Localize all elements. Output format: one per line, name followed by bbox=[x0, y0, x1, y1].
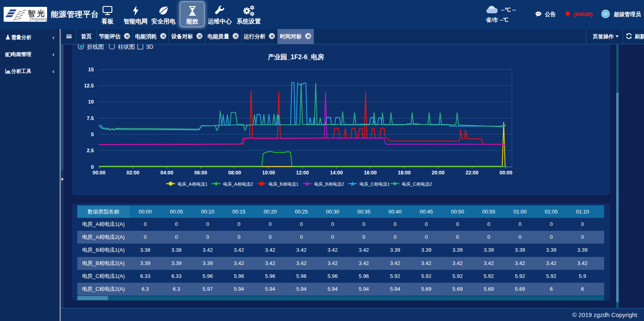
svg-text:电房_A相电流2: 电房_A相电流2 bbox=[223, 182, 253, 186]
svg-text:电房_B相电流2: 电房_B相电流2 bbox=[314, 182, 344, 186]
svg-text:0: 0 bbox=[91, 164, 94, 170]
svg-text:电房_C相电流2: 电房_C相电流2 bbox=[402, 182, 432, 186]
svg-text:06:00: 06:00 bbox=[194, 170, 207, 176]
svg-text:电房_B相电流1: 电房_B相电流1 bbox=[268, 182, 299, 186]
svg-text:电房_C相电流1: 电房_C相电流1 bbox=[359, 182, 390, 186]
svg-text:00:00: 00:00 bbox=[93, 170, 105, 176]
svg-text:16:00: 16:00 bbox=[364, 170, 377, 176]
svg-text:22:00: 22:00 bbox=[466, 170, 479, 176]
svg-text:00:00: 00:00 bbox=[500, 170, 512, 176]
svg-text:08:00: 08:00 bbox=[228, 170, 241, 176]
svg-text:02:00: 02:00 bbox=[126, 170, 139, 176]
svg-text:Zhiguang: Zhiguang bbox=[29, 17, 47, 21]
svg-text:14:00: 14:00 bbox=[330, 170, 343, 176]
svg-text:15: 15 bbox=[88, 67, 94, 72]
svg-text:电房_A相电流1: 电房_A相电流1 bbox=[178, 182, 208, 186]
svg-text:12.5: 12.5 bbox=[84, 83, 94, 89]
svg-text:12:00: 12:00 bbox=[296, 170, 309, 176]
svg-text:18:00: 18:00 bbox=[398, 170, 411, 176]
svg-text:7.5: 7.5 bbox=[87, 116, 94, 121]
svg-text:5: 5 bbox=[91, 132, 94, 137]
svg-text:10: 10 bbox=[88, 99, 94, 105]
svg-text:20:00: 20:00 bbox=[432, 170, 445, 176]
svg-text:2.5: 2.5 bbox=[87, 148, 94, 153]
svg-text:04:00: 04:00 bbox=[161, 170, 173, 176]
svg-text:10:00: 10:00 bbox=[262, 170, 275, 176]
